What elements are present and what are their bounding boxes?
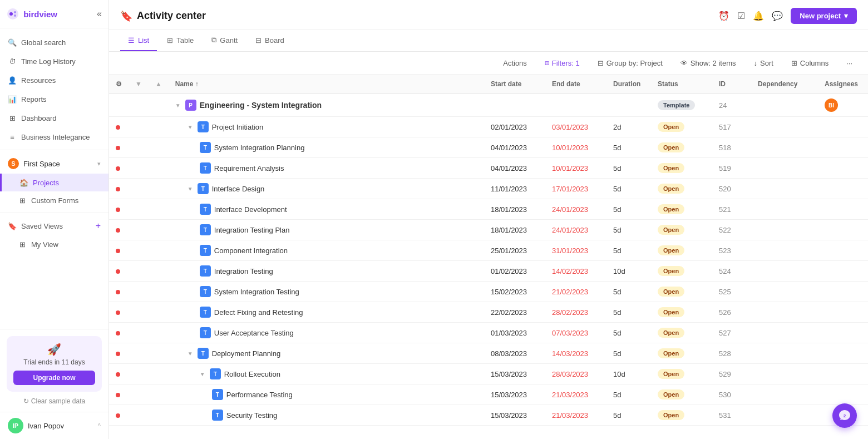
row-end-date: 10/01/2023 bbox=[545, 158, 606, 179]
row-dependency bbox=[751, 117, 818, 137]
row-collapse-cell bbox=[149, 220, 169, 240]
row-name-cell[interactable]: TUser Acceptance Testing bbox=[169, 323, 484, 343]
tabs-bar: ☰ List ⊞ Table ⧉ Gantt ⊟ Board bbox=[109, 30, 868, 52]
check-icon-button[interactable]: ☑ bbox=[737, 11, 745, 21]
collapse-toggle-icon[interactable]: ▼ bbox=[200, 371, 205, 377]
space-header[interactable]: S First Space ▾ bbox=[0, 154, 108, 174]
col-header-id[interactable]: ID bbox=[712, 75, 751, 94]
add-saved-view-button[interactable]: + bbox=[96, 221, 101, 231]
row-name-cell[interactable]: TRequirement Analysis bbox=[169, 158, 484, 179]
sidebar-item-my-view[interactable]: ⊞ My View bbox=[0, 235, 108, 253]
row-task-id: 517 bbox=[712, 117, 751, 137]
svg-point-3 bbox=[14, 14, 16, 17]
upgrade-button[interactable]: Upgrade now bbox=[13, 371, 95, 385]
row-collapse-cell bbox=[149, 199, 169, 220]
table-row: TIntegration Testing Plan18/01/202324/01… bbox=[109, 220, 868, 240]
row-name-cell[interactable]: TInterface Development bbox=[169, 199, 484, 220]
row-name-cell[interactable]: TSystem Integration Testing bbox=[169, 282, 484, 302]
task-type-badge: T bbox=[212, 389, 223, 400]
col-header-assignees[interactable]: Assignees bbox=[818, 75, 868, 94]
tab-list[interactable]: ☰ List bbox=[120, 31, 157, 51]
row-expand-cell bbox=[129, 343, 149, 364]
collapse-all-icon[interactable]: ▲ bbox=[155, 80, 162, 88]
row-dependency bbox=[751, 94, 818, 117]
row-dot-cell bbox=[109, 364, 129, 384]
col-header-end-date[interactable]: End date bbox=[545, 75, 606, 94]
expand-all-icon[interactable]: ▼ bbox=[135, 80, 142, 88]
row-start-date: 18/01/2023 bbox=[484, 199, 545, 220]
settings-icon[interactable]: ⚙ bbox=[116, 80, 122, 88]
chat-fab-button[interactable]: 2 bbox=[832, 403, 857, 428]
row-expand-cell bbox=[129, 199, 149, 220]
row-assignees bbox=[818, 323, 868, 343]
show-button[interactable]: 👁 Show: 2 items bbox=[676, 57, 741, 70]
actions-button[interactable]: Actions bbox=[499, 57, 531, 70]
sidebar-item-time-log-history[interactable]: ⏱ Time Log History bbox=[0, 52, 108, 71]
sort-button[interactable]: ↓ Sort bbox=[749, 57, 778, 70]
row-name-cell[interactable]: TSystem Integration Planning bbox=[169, 137, 484, 158]
collapse-toggle-icon[interactable]: ▼ bbox=[188, 186, 193, 192]
sidebar-item-reports[interactable]: 📊 Reports bbox=[0, 90, 108, 108]
row-name-cell[interactable]: TComponent Integration bbox=[169, 240, 484, 261]
collapse-toggle-icon[interactable]: ▼ bbox=[188, 351, 193, 357]
columns-button[interactable]: ⊞ Columns bbox=[787, 57, 833, 70]
row-collapse-cell bbox=[149, 302, 169, 323]
timer-icon-button[interactable]: ⏰ bbox=[718, 11, 729, 21]
col-header-name[interactable]: Name ↑ bbox=[169, 75, 484, 94]
sidebar-item-business-intelegance[interactable]: ≡ Business Intelegance bbox=[0, 127, 108, 146]
row-name-cell[interactable]: ▼TProject Initiation bbox=[169, 117, 484, 137]
task-name: Project Initiation bbox=[212, 123, 264, 131]
col-header-start-date[interactable]: Start date bbox=[484, 75, 545, 94]
row-start-date: 04/01/2023 bbox=[484, 137, 545, 158]
row-name-cell[interactable]: TDefect Fixing and Retesting bbox=[169, 302, 484, 323]
filters-button[interactable]: ⧈ Filters: 1 bbox=[540, 56, 584, 70]
user-footer[interactable]: IP Ivan Popov ^ bbox=[0, 412, 108, 439]
sidebar-item-dashboard[interactable]: ⊞ Dashboard bbox=[0, 108, 108, 127]
row-duration: 5d bbox=[606, 137, 651, 158]
table-row: TRequirement Analysis04/01/202310/01/202… bbox=[109, 158, 868, 179]
row-name-cell[interactable]: ▼PEngineering - System Integration bbox=[169, 94, 484, 117]
row-name-cell[interactable]: ▼TInterface Design bbox=[169, 179, 484, 199]
trial-text: Trial ends in 11 days bbox=[13, 358, 95, 366]
row-assignees bbox=[818, 158, 868, 179]
row-duration: 5d bbox=[606, 343, 651, 364]
collapse-toggle-icon[interactable]: ▼ bbox=[188, 124, 193, 130]
row-start-date: 18/01/2023 bbox=[484, 220, 545, 240]
row-name-cell[interactable]: ▼TDeployment Planning bbox=[169, 343, 484, 364]
tab-board[interactable]: ⊟ Board bbox=[248, 31, 292, 51]
clear-sample-data-link[interactable]: ↻ Clear sample data bbox=[7, 397, 102, 405]
row-name-cell[interactable]: TIntegration Testing bbox=[169, 261, 484, 282]
row-expand-cell bbox=[129, 94, 149, 117]
more-options-button[interactable]: ··· bbox=[842, 57, 857, 70]
col-header-status[interactable]: Status bbox=[651, 75, 712, 94]
row-name-cell[interactable]: TSecurity Testing bbox=[169, 405, 484, 426]
row-start-date: 02/01/2023 bbox=[484, 117, 545, 137]
row-name-cell[interactable]: TIntegration Testing Plan bbox=[169, 220, 484, 240]
row-expand-cell bbox=[129, 323, 149, 343]
sidebar-item-projects[interactable]: 🏠 Projects bbox=[0, 174, 108, 191]
row-duration: 5d bbox=[606, 323, 651, 343]
group-by-button[interactable]: ⊟ Group by: Project bbox=[593, 57, 667, 70]
sidebar-collapse-button[interactable]: « bbox=[97, 9, 102, 19]
row-name-cell[interactable]: ▼TRollout Execution bbox=[169, 364, 484, 384]
row-assignees bbox=[818, 384, 868, 405]
trial-box: 🚀 Trial ends in 11 days Upgrade now bbox=[7, 336, 102, 392]
row-expand-cell bbox=[129, 364, 149, 384]
col-header-dependency[interactable]: Dependency bbox=[751, 75, 818, 94]
bell-icon-button[interactable]: 🔔 bbox=[753, 11, 764, 21]
sidebar-item-custom-forms[interactable]: ⊞ Custom Forms bbox=[0, 191, 108, 209]
status-badge: Open bbox=[658, 287, 684, 297]
user-name: Ivan Popov bbox=[28, 422, 93, 430]
sidebar-item-global-search[interactable]: 🔍 Global search bbox=[0, 33, 108, 52]
list-tab-icon: ☰ bbox=[128, 36, 135, 45]
tab-table[interactable]: ⊞ Table bbox=[159, 31, 201, 51]
chat-icon-button[interactable]: 💬 bbox=[772, 11, 783, 21]
task-type-badge: T bbox=[200, 162, 211, 174]
sort-icon: ↓ bbox=[754, 59, 758, 67]
new-project-button[interactable]: New project ▾ bbox=[791, 8, 857, 24]
tab-gantt[interactable]: ⧉ Gantt bbox=[204, 30, 245, 51]
col-header-duration[interactable]: Duration bbox=[606, 75, 651, 94]
row-name-cell[interactable]: TPerformance Testing bbox=[169, 384, 484, 405]
sidebar-item-resources[interactable]: 👤 Resources bbox=[0, 71, 108, 90]
collapse-toggle-icon[interactable]: ▼ bbox=[175, 102, 181, 108]
